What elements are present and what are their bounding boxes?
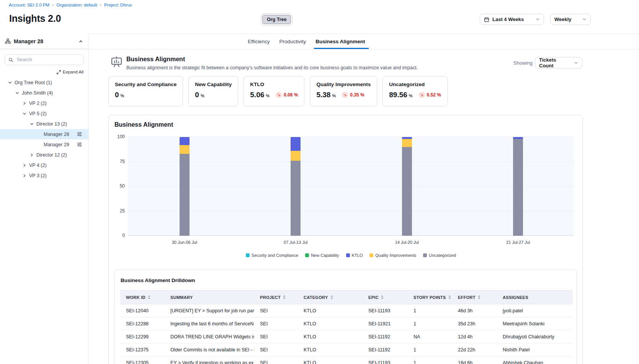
chevron-down-icon[interactable]	[8, 80, 15, 85]
sort-icon[interactable]	[148, 295, 150, 299]
column-header-summary: SUMMARY	[165, 291, 254, 304]
sort-icon[interactable]	[478, 295, 480, 299]
tab-bar: EfficiencyProductivityBusiness Alignment	[247, 34, 366, 49]
cell-assignees: Dhrubajyoti Chakraborty	[497, 330, 573, 343]
stat-card-value: 0	[195, 91, 199, 99]
legend-label: Uncategorized	[429, 253, 456, 258]
sort-icon[interactable]	[330, 295, 333, 299]
chevron-down-icon	[574, 61, 578, 65]
column-header-story-points[interactable]: STORY POINTS	[408, 291, 452, 304]
tab-efficiency[interactable]: Efficiency	[247, 34, 271, 49]
cell-work-id: SEI-12375	[120, 343, 165, 356]
stat-card: Security and Compliance0%	[108, 76, 183, 106]
table-row[interactable]: SEI-12288Ingesting the last 6 months of …	[120, 317, 573, 330]
chevron-right-icon[interactable]	[22, 173, 29, 178]
search-input[interactable]	[16, 57, 80, 63]
stat-card-unit: %	[409, 93, 413, 98]
table-row[interactable]: SEI-12040[URGENT] EY > Support for job r…	[120, 304, 573, 317]
showing-select[interactable]: Tickets Count	[535, 57, 582, 69]
tree-item-label: VP 3 (2)	[29, 173, 47, 178]
cell-story-points: 1	[408, 304, 452, 317]
stacked-bar[interactable]	[180, 137, 190, 236]
legend-swatch	[423, 253, 427, 257]
org-tree-sidebar: Manager 28 Expand All Org Tree Root (1)J…	[0, 34, 89, 364]
tree-item[interactable]: VP 5 (2)	[0, 108, 88, 119]
stat-card-unit: %	[201, 93, 204, 98]
table-row[interactable]: SEI-12299DORA TREND LINE GRAPH Widgets i…	[120, 330, 573, 343]
filter-sliders-icon[interactable]	[77, 142, 82, 147]
legend-swatch	[305, 253, 309, 257]
tree-item[interactable]: Org Tree Root (1)	[0, 77, 88, 88]
tree-item-label: John Smith (4)	[22, 90, 53, 96]
legend-item-uncategorized[interactable]: Uncategorized	[423, 253, 456, 258]
granularity-select[interactable]: Weekly	[550, 14, 591, 25]
legend-swatch	[369, 253, 373, 257]
legend-item-new-capability[interactable]: New Capability	[305, 253, 339, 258]
bar-segment-quality-improvements	[291, 151, 301, 161]
column-header-work-id[interactable]: WORK ID	[120, 291, 165, 304]
column-header-project[interactable]: PROJECT	[254, 291, 298, 304]
cell-work-id: SEI-12040	[120, 304, 165, 317]
chevron-down-icon[interactable]	[29, 122, 36, 126]
breadcrumb-link[interactable]: Organization: default	[56, 3, 97, 7]
chevron-right-icon[interactable]	[22, 101, 29, 106]
tree-item-label: VP 4 (2)	[29, 163, 47, 168]
column-header-epic[interactable]: EPIC	[363, 291, 408, 304]
expand-all-label: Expand All	[63, 70, 83, 74]
legend-item-security-and-compliance[interactable]: Security and Compliance	[246, 253, 298, 258]
cell-story-points: NA	[408, 330, 452, 343]
cell-work-id: SEI-12288	[120, 317, 165, 330]
sort-icon[interactable]	[283, 295, 286, 299]
gridline	[128, 137, 574, 137]
sort-icon[interactable]	[381, 295, 384, 299]
tree-item[interactable]: Manager 28	[0, 129, 88, 139]
date-range-select[interactable]: Last 4 Weeks	[480, 14, 544, 25]
chevron-right-icon[interactable]	[29, 153, 36, 157]
legend-item-ktlo[interactable]: KTLO	[346, 253, 363, 258]
table-row[interactable]: SEI-12305EY > Verify if ingestion is wor…	[120, 356, 573, 364]
tree-item[interactable]: VP 2 (2)	[0, 98, 88, 108]
filter-sliders-icon[interactable]	[77, 132, 82, 137]
column-header-label: PROJECT	[260, 295, 281, 300]
org-tree-button[interactable]: Org Tree	[262, 15, 291, 24]
chevron-down-icon[interactable]	[22, 111, 29, 116]
showing-value: Tickets Count	[539, 57, 571, 69]
column-header-effort[interactable]: EFFORT	[452, 291, 497, 304]
cell-summary: Older Commits is not available in SEI - …	[165, 343, 254, 356]
column-header-label: WORK ID	[126, 295, 145, 300]
expand-all-button[interactable]: Expand All	[5, 70, 83, 74]
tree-item[interactable]: Manager 29	[0, 139, 88, 150]
cell-summary: DORA TREND LINE GRAPH Widgets is n...	[165, 330, 254, 343]
table-row[interactable]: SEI-12375Older Commits is not available …	[120, 343, 573, 356]
y-axis-tick-label: 100	[117, 134, 125, 139]
search-icon	[8, 57, 13, 62]
chevron-right-icon[interactable]	[22, 163, 29, 168]
column-header-category[interactable]: CATEGORY	[298, 291, 363, 304]
cell-effort: 12d 4h	[452, 330, 497, 343]
stat-card-title: Security and Compliance	[115, 82, 177, 87]
legend-item-quality-improvements[interactable]: Quality Improvements	[369, 253, 416, 258]
trend-delta: 0.52 %	[427, 92, 441, 98]
chevron-down-icon[interactable]	[15, 91, 22, 95]
tab-productivity[interactable]: Productivity	[279, 34, 307, 49]
stat-card-unit: %	[266, 93, 270, 98]
sort-icon[interactable]	[448, 295, 451, 299]
breadcrumb-link[interactable]: Account: SEI 2.0 PM	[9, 3, 49, 7]
stacked-bar[interactable]	[402, 137, 412, 236]
calendar-icon	[484, 17, 489, 22]
stacked-bar[interactable]	[291, 137, 301, 236]
chart-title: Business Alignment	[114, 121, 173, 128]
tree-item[interactable]: John Smith (4)	[0, 88, 88, 98]
breadcrumb-link[interactable]: Project: Dhruv	[104, 3, 132, 7]
tree-item[interactable]: VP 4 (2)	[0, 160, 88, 170]
cell-epic: SEI-11193	[363, 356, 408, 364]
tab-business-alignment[interactable]: Business Alignment	[315, 34, 366, 49]
legend-swatch	[246, 253, 250, 257]
tree-item[interactable]: VP 3 (2)	[0, 170, 88, 181]
cell-story-points: 1	[408, 317, 452, 330]
tree-item[interactable]: Director 12 (2)	[0, 150, 88, 160]
chevron-up-icon[interactable]	[78, 39, 83, 44]
expand-icon	[57, 70, 61, 74]
tree-item[interactable]: Director 13 (2)	[0, 119, 88, 129]
stacked-bar[interactable]	[513, 137, 523, 236]
